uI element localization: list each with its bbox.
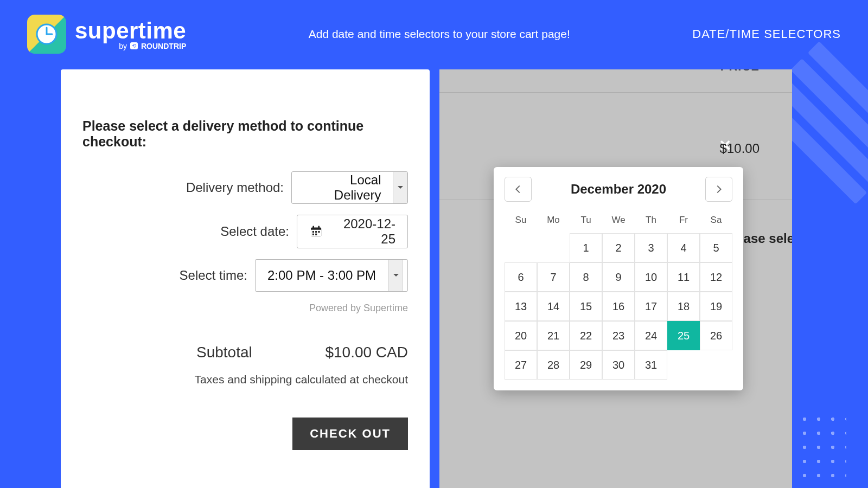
svg-rect-5: [311, 230, 321, 237]
calendar-day[interactable]: 3: [635, 233, 667, 262]
calendar-day[interactable]: 21: [537, 321, 570, 350]
calendar-day[interactable]: 9: [602, 262, 635, 292]
date-input[interactable]: 2020-12-25: [297, 215, 408, 248]
calendar-day[interactable]: 7: [537, 262, 570, 292]
svg-rect-12: [315, 234, 317, 235]
brand-name: supertime: [75, 18, 186, 44]
calendar-day[interactable]: 26: [700, 321, 732, 350]
calendar-weekday: Sa: [700, 209, 732, 233]
chevron-down-icon: [393, 172, 407, 203]
subtotal-label: Subtotal: [196, 344, 252, 361]
delivery-method-select[interactable]: Local Delivery: [291, 171, 408, 204]
tax-shipping-note: Taxes and shipping calculated at checkou…: [82, 373, 408, 386]
calendar-day[interactable]: 25: [667, 321, 700, 350]
delivery-method-value: Local Delivery: [292, 172, 393, 203]
nav-date-time-selectors[interactable]: DATE/TIME SELECTORS: [692, 27, 841, 41]
supertime-logo-icon: [27, 15, 66, 54]
byline-brand: ROUNDTRIP: [141, 42, 186, 50]
calendar-day[interactable]: 31: [635, 350, 667, 380]
calendar-day[interactable]: 16: [602, 292, 635, 321]
delivery-method-label: Delivery method:: [186, 180, 284, 195]
calendar-day[interactable]: 27: [505, 350, 537, 380]
calendar-day[interactable]: 19: [700, 292, 732, 321]
calendar-empty-cell: [505, 233, 537, 262]
calendar-weekday: Th: [635, 209, 667, 233]
calendar-weekday: Su: [505, 209, 537, 233]
svg-rect-6: [312, 226, 314, 228]
calendar-day[interactable]: 13: [505, 292, 537, 321]
svg-rect-10: [318, 231, 320, 233]
powered-by: Powered by Supertime: [82, 303, 408, 314]
calendar-day[interactable]: 29: [570, 350, 602, 380]
calendar-grid: SuMoTuWeThFrSa12345678910111213141516171…: [505, 209, 732, 380]
calendar-day[interactable]: 22: [570, 321, 602, 350]
calendar-day[interactable]: 24: [635, 321, 667, 350]
calendar-day[interactable]: 8: [570, 262, 602, 292]
svg-rect-7: [318, 226, 320, 228]
divider: [439, 92, 792, 93]
calendar-day[interactable]: 15: [570, 292, 602, 321]
calendar-day[interactable]: 11: [667, 262, 700, 292]
chevron-down-icon: [388, 260, 403, 291]
calendar-day[interactable]: 10: [635, 262, 667, 292]
calendar-day[interactable]: 17: [635, 292, 667, 321]
calendar-day[interactable]: 5: [700, 233, 732, 262]
date-picker-popup: December 2020 SuMoTuWeThFrSa123456789101…: [494, 167, 743, 390]
cart-backdrop-panel: PRICE ✕ $10.00 Please sele December 2020…: [439, 69, 792, 488]
calendar-day[interactable]: 12: [700, 262, 732, 292]
date-value: 2020-12-25: [330, 216, 395, 247]
calendar-day[interactable]: 20: [505, 321, 537, 350]
calendar-day[interactable]: 14: [537, 292, 570, 321]
calendar-weekday: Tu: [570, 209, 602, 233]
brand-block: supertime by ⟲ ROUNDTRIP: [27, 15, 186, 54]
calendar-day[interactable]: 28: [537, 350, 570, 380]
calendar-weekday: We: [602, 209, 635, 233]
line-item-price: $10.00: [720, 141, 760, 156]
roundtrip-badge: ⟲: [130, 42, 138, 49]
calendar-next-month[interactable]: [705, 177, 732, 202]
calendar-day[interactable]: 4: [667, 233, 700, 262]
calendar-day[interactable]: 30: [602, 350, 635, 380]
app-header: supertime by ⟲ ROUNDTRIP Add date and ti…: [0, 0, 868, 68]
select-time-label: Select time:: [180, 268, 247, 283]
calendar-day[interactable]: 2: [602, 233, 635, 262]
calendar-day[interactable]: 1: [570, 233, 602, 262]
price-column-header: PRICE: [720, 69, 760, 74]
calendar-day[interactable]: 6: [505, 262, 537, 292]
calendar-title: December 2020: [571, 182, 666, 197]
select-date-label: Select date:: [220, 224, 289, 239]
calendar-weekday: Fr: [667, 209, 700, 233]
checkout-button[interactable]: CHECK OUT: [292, 418, 408, 450]
svg-rect-9: [315, 231, 317, 233]
panel-heading: Please select a delivery method to conti…: [82, 118, 408, 150]
calendar-day[interactable]: 23: [602, 321, 635, 350]
byline-prefix: by: [119, 42, 127, 50]
calendar-day[interactable]: 18: [667, 292, 700, 321]
calendar-empty-cell: [537, 233, 570, 262]
brand-byline: by ⟲ ROUNDTRIP: [119, 42, 186, 50]
calendar-weekday: Mo: [537, 209, 570, 233]
checkout-panel: Please select a delivery method to conti…: [61, 69, 430, 488]
subtotal-value: $10.00 CAD: [325, 344, 408, 361]
calendar-icon: [309, 224, 323, 239]
svg-rect-8: [312, 231, 314, 233]
calendar-prev-month[interactable]: [505, 177, 532, 202]
time-select[interactable]: 2:00 PM - 3:00 PM: [255, 259, 408, 292]
tagline: Add date and time selectors to your stor…: [186, 28, 692, 41]
svg-rect-11: [312, 234, 314, 235]
time-value: 2:00 PM - 3:00 PM: [256, 268, 388, 283]
